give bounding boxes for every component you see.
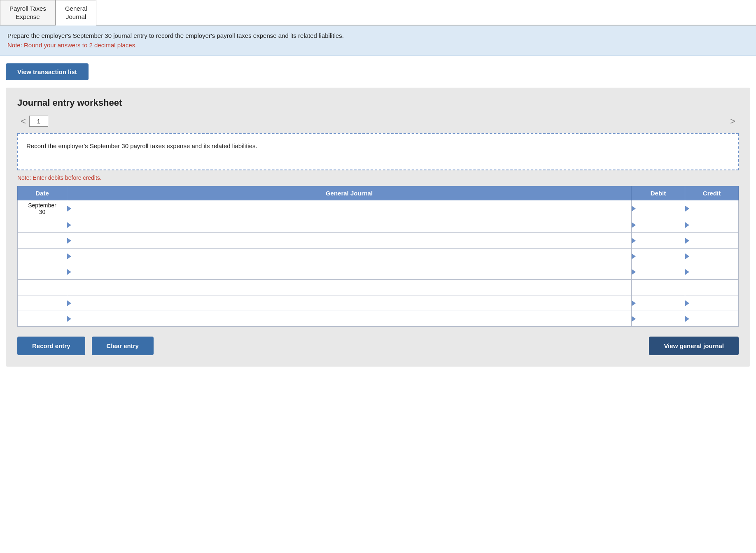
tab-bar: Payroll Taxes Expense General Journal [0, 0, 756, 26]
table-row [18, 217, 739, 233]
credit-input-5[interactable] [685, 264, 738, 279]
debit-cell-5[interactable] [632, 264, 685, 280]
debit-cell-6[interactable] [632, 280, 685, 295]
credit-cell-8[interactable] [685, 311, 739, 327]
journal-input-3[interactable] [67, 233, 631, 248]
date-cell-7 [18, 295, 67, 311]
debit-input-4[interactable] [632, 249, 685, 264]
credit-input-3[interactable] [685, 233, 738, 248]
journal-cell-3[interactable] [67, 233, 632, 249]
tab-payroll-taxes-label: Payroll Taxes Expense [9, 5, 46, 20]
bottom-actions: Record entry Clear entry View general jo… [17, 337, 739, 355]
date-cell-2 [18, 217, 67, 233]
journal-cell-5[interactable] [67, 264, 632, 280]
date-cell-1: September30 [18, 200, 67, 217]
table-row [18, 233, 739, 249]
debit-input-7[interactable] [632, 295, 685, 311]
col-header-date: Date [18, 186, 67, 200]
table-row [18, 249, 739, 264]
journal-input-1[interactable] [67, 200, 631, 217]
credit-input-8[interactable] [685, 311, 738, 326]
tab-general-journal-label: General Journal [65, 5, 87, 20]
credit-input-6[interactable] [685, 280, 738, 295]
credit-cell-4[interactable] [685, 249, 739, 264]
debit-input-5[interactable] [632, 264, 685, 279]
journal-input-5[interactable] [67, 264, 631, 279]
banner-note-text: Note: Round your answers to 2 decimal pl… [7, 42, 137, 49]
debit-input-2[interactable] [632, 217, 685, 232]
journal-input-8[interactable] [67, 311, 631, 326]
journal-table: Date General Journal Debit Credit Septem… [17, 186, 739, 327]
info-banner: Prepare the employer's September 30 jour… [0, 26, 756, 56]
banner-main-text: Prepare the employer's September 30 jour… [7, 32, 344, 39]
worksheet-panel: Journal entry worksheet < 1 > Record the… [6, 88, 750, 367]
debit-cell-3[interactable] [632, 233, 685, 249]
credit-cell-7[interactable] [685, 295, 739, 311]
table-row [18, 311, 739, 327]
nav-page-number: 1 [29, 116, 48, 127]
debit-input-1[interactable] [632, 200, 685, 217]
journal-input-4[interactable] [67, 249, 631, 264]
journal-cell-1[interactable] [67, 200, 632, 217]
nav-prev-button[interactable]: < [17, 116, 29, 127]
date-cell-6 [18, 280, 67, 295]
clear-entry-button[interactable]: Clear entry [92, 337, 154, 355]
debit-input-3[interactable] [632, 233, 685, 248]
date-cell-3 [18, 233, 67, 249]
journal-input-6[interactable] [67, 280, 631, 295]
nav-next-button[interactable]: > [727, 116, 739, 127]
debit-cell-7[interactable] [632, 295, 685, 311]
table-row: September30 [18, 200, 739, 217]
worksheet-title: Journal entry worksheet [17, 98, 739, 108]
credit-input-7[interactable] [685, 295, 738, 311]
debit-cell-8[interactable] [632, 311, 685, 327]
credit-input-1[interactable] [685, 200, 738, 217]
view-general-journal-button[interactable]: View general journal [649, 337, 739, 355]
date-cell-4 [18, 249, 67, 264]
credit-cell-6[interactable] [685, 280, 739, 295]
instruction-box: Record the employer's September 30 payro… [17, 133, 739, 170]
view-transaction-button[interactable]: View transaction list [6, 63, 89, 80]
debit-cell-1[interactable] [632, 200, 685, 217]
credit-cell-3[interactable] [685, 233, 739, 249]
note-debits: Note: Enter debits before credits. [17, 174, 739, 181]
nav-row: < 1 > [17, 116, 739, 127]
journal-input-2[interactable] [67, 217, 631, 232]
date-cell-5 [18, 264, 67, 280]
col-header-debit: Debit [632, 186, 685, 200]
journal-cell-8[interactable] [67, 311, 632, 327]
debit-cell-2[interactable] [632, 217, 685, 233]
col-header-journal: General Journal [67, 186, 632, 200]
credit-cell-5[interactable] [685, 264, 739, 280]
journal-cell-2[interactable] [67, 217, 632, 233]
journal-cell-4[interactable] [67, 249, 632, 264]
credit-input-2[interactable] [685, 217, 738, 232]
debit-cell-4[interactable] [632, 249, 685, 264]
table-row [18, 280, 739, 295]
tab-general-journal[interactable]: General Journal [56, 0, 96, 26]
table-row [18, 295, 739, 311]
top-actions-area: View transaction list [0, 56, 756, 88]
journal-input-7[interactable] [67, 295, 631, 311]
credit-cell-1[interactable] [685, 200, 739, 217]
debit-input-6[interactable] [632, 280, 685, 295]
debit-input-8[interactable] [632, 311, 685, 326]
credit-input-4[interactable] [685, 249, 738, 264]
tab-payroll-taxes[interactable]: Payroll Taxes Expense [0, 0, 56, 25]
table-row [18, 264, 739, 280]
col-header-credit: Credit [685, 186, 739, 200]
instruction-text: Record the employer's September 30 payro… [26, 142, 257, 149]
journal-cell-6[interactable] [67, 280, 632, 295]
record-entry-button[interactable]: Record entry [17, 337, 85, 355]
date-cell-8 [18, 311, 67, 327]
credit-cell-2[interactable] [685, 217, 739, 233]
journal-cell-7[interactable] [67, 295, 632, 311]
